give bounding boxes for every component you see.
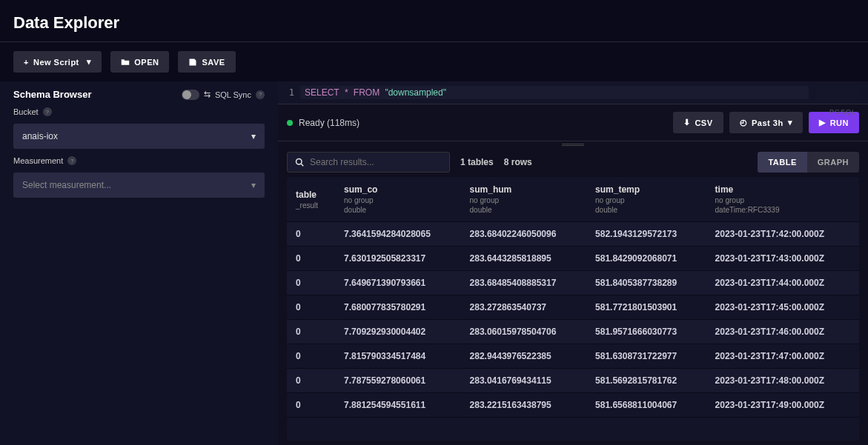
language-tag: PGSQL [829,108,856,116]
code-line[interactable]: SELECT * FROM "downsampled" [300,86,809,99]
table-cell: 2023-01-23T17:42:00.000Z [706,222,859,247]
table-cell: 2023-01-23T17:44:00.000Z [706,271,859,295]
table-row[interactable]: 07.649671390793661283.68485408885317581.… [287,271,859,295]
save-icon [188,58,197,67]
caret-down-icon: ▾ [87,57,92,67]
table-cell: 0 [287,393,335,418]
csv-label: CSV [695,118,712,127]
table-row[interactable]: 07.881254594551611283.2215163438795581.6… [287,393,859,418]
tables-count: 1 tables [460,157,494,167]
sync-icon: ⇆ [204,90,211,99]
table-cell: 283.06015978504706 [461,320,587,344]
svg-point-0 [296,159,302,165]
info-icon[interactable]: ? [43,107,52,116]
table-cell: 0 [287,295,335,320]
table-cell: 283.68402246050096 [461,222,587,247]
column-header[interactable]: table_result [287,177,335,222]
table-cell: 7.709292930004402 [335,320,461,344]
table-cell: 7.881254594551611 [335,393,461,418]
table-cell: 7.680077835780291 [335,295,461,320]
bucket-value: anais-iox [22,131,58,141]
bucket-label: Bucket [13,107,39,116]
table-row[interactable]: 07.815790334517484282.9443976522385581.6… [287,344,859,369]
table-row[interactable]: 07.630192505823317283.6443285818895581.8… [287,247,859,271]
schema-browser-title: Schema Browser [13,89,92,100]
folder-icon [121,58,130,67]
sql-editor[interactable]: 1 SELECT * FROM "downsampled" [278,81,868,104]
search-input[interactable] [310,157,442,167]
rows-count: 8 rows [504,157,532,167]
page-title: Data Explorer [13,13,855,33]
info-icon[interactable]: ? [256,90,265,99]
table-row[interactable]: 07.787559278060061283.0416769434115581.5… [287,369,859,393]
table-cell: 2023-01-23T17:45:00.000Z [706,295,859,320]
status-text: Ready (118ms) [299,118,360,128]
time-range-select[interactable]: ◴ Past 3h ▾ [729,112,804,133]
sql-sync-toggle[interactable] [182,90,199,100]
view-table-button[interactable]: TABLE [758,152,806,173]
table-cell: 7.630192505823317 [335,247,461,271]
table-cell: 581.9571666030773 [586,320,706,344]
table-cell: 7.649671390793661 [335,271,461,295]
table-cell: 582.1943129572173 [586,222,706,247]
download-icon: ⬇ [683,118,691,127]
search-results-box[interactable] [287,152,450,173]
table-row[interactable]: 07.680077835780291283.272863540737581.77… [287,295,859,320]
table-cell: 581.6568811004067 [586,393,706,418]
search-icon [295,158,304,167]
table-cell: 0 [287,222,335,247]
view-graph-button[interactable]: GRAPH [807,152,859,173]
table-cell: 0 [287,247,335,271]
table-row[interactable]: 07.3641594284028065283.68402246050096582… [287,222,859,247]
table-cell: 0 [287,344,335,369]
measurement-placeholder: Select measurement... [22,180,111,190]
table-cell: 581.8405387738289 [586,271,706,295]
table-cell: 2023-01-23T17:43:00.000Z [706,247,859,271]
time-range-label: Past 3h [752,118,783,127]
caret-down-icon: ▾ [251,131,256,141]
table-row[interactable]: 07.709292930004402283.06015978504706581.… [287,320,859,344]
new-script-button[interactable]: + New Script ▾ [13,51,102,73]
table-cell: 581.5692815781762 [586,369,706,393]
status-indicator-icon [287,120,293,126]
column-header[interactable]: sum_humno groupdouble [461,177,587,222]
save-label: SAVE [202,58,225,67]
string-table: "downsampled" [385,87,446,98]
open-button[interactable]: OPEN [110,51,169,73]
table-cell: 283.68485408885317 [461,271,587,295]
info-icon[interactable]: ? [67,156,76,165]
schema-sidebar: Schema Browser ⇆ SQL Sync ? Bucket ? ana… [0,81,278,445]
keyword-select: SELECT [305,87,339,98]
table-cell: 581.7721801503901 [586,295,706,320]
caret-down-icon: ▾ [788,118,793,127]
new-script-label: New Script [33,58,79,67]
table-cell: 0 [287,271,335,295]
csv-button[interactable]: ⬇ CSV [673,112,723,133]
table-cell: 7.787559278060061 [335,369,461,393]
plus-icon: + [24,58,29,67]
column-header[interactable]: sum_tempno groupdouble [586,177,706,222]
measurement-select[interactable]: Select measurement... ▾ [13,173,265,198]
table-cell: 581.6308731722977 [586,344,706,369]
table-cell: 283.272863540737 [461,295,587,320]
bucket-select[interactable]: anais-iox ▾ [13,124,265,149]
column-header[interactable]: timeno groupdateTime:RFC3339 [706,177,859,222]
table-cell: 283.2215163438795 [461,393,587,418]
save-button[interactable]: SAVE [178,51,235,73]
table-cell: 581.8429092068071 [586,247,706,271]
table-cell: 283.0416769434115 [461,369,587,393]
table-cell: 7.3641594284028065 [335,222,461,247]
table-cell: 2023-01-23T17:48:00.000Z [706,369,859,393]
table-cell: 2023-01-23T17:47:00.000Z [706,344,859,369]
table-cell: 7.815790334517484 [335,344,461,369]
line-number: 1 [278,86,300,99]
open-label: OPEN [134,58,159,67]
table-cell: 0 [287,320,335,344]
editor-minimap[interactable] [816,86,861,99]
clock-icon: ◴ [740,118,748,127]
star: * [345,87,348,98]
table-cell: 282.9443976522385 [461,344,587,369]
column-header[interactable]: sum_cono groupdouble [335,177,461,222]
resize-handle[interactable] [278,141,868,147]
sql-sync-label: SQL Sync [215,90,251,99]
